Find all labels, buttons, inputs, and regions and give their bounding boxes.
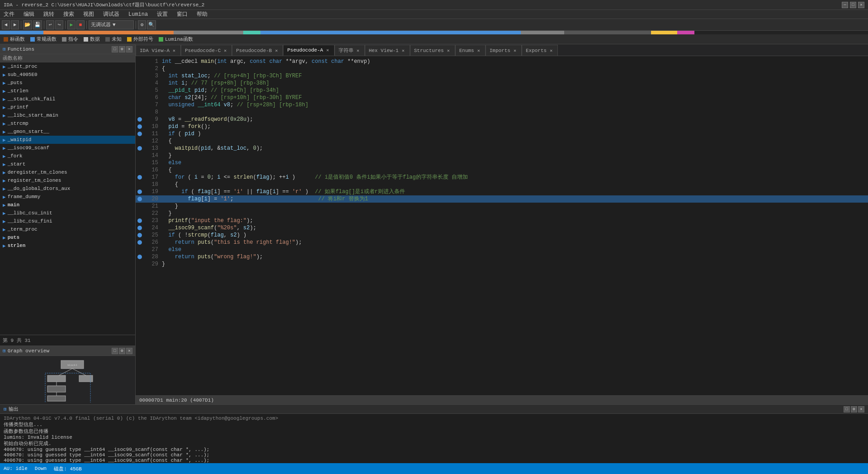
- output-min-btn[interactable]: □: [844, 406, 850, 412]
- func-do-global-dtors[interactable]: ▶ __do_global_dtors_aux: [0, 185, 135, 193]
- func-sub4005e0[interactable]: ▶ sub_4005E0: [0, 71, 135, 79]
- menu-help[interactable]: 帮助: [195, 10, 209, 18]
- toolbar-run[interactable]: ▶: [67, 20, 75, 29]
- func-puts[interactable]: ▶ _puts: [0, 79, 135, 87]
- tab-pseudocode-a[interactable]: Pseudocode-A ✕: [283, 45, 334, 56]
- title-bar: IDA - reverse_2 C:\Users\HUAJI\Downloads…: [0, 0, 868, 10]
- func-libc-csu-fini[interactable]: ▶ __libc_csu_fini: [0, 217, 135, 225]
- maximize-button[interactable]: □: [850, 2, 856, 8]
- menu-debugger[interactable]: 调试器: [101, 10, 121, 18]
- tab-imports[interactable]: Imports ✕: [486, 45, 522, 56]
- code-line-23: 23 printf("input the flag:");: [136, 217, 868, 224]
- code-line-1: 1 int __cdecl main(int argc, const char …: [136, 58, 868, 65]
- menu-window[interactable]: 窗口: [175, 10, 189, 18]
- graph-cfg-btn[interactable]: ⚙: [119, 348, 125, 354]
- tab-close-icon[interactable]: ✕: [548, 48, 554, 53]
- tab-close-icon[interactable]: ✕: [222, 48, 228, 53]
- toolbar-sep2: [44, 21, 44, 29]
- tab-structures[interactable]: Structures ✕: [410, 45, 455, 56]
- func-term-proc[interactable]: ▶ _term_proc: [0, 225, 135, 233]
- functions-close-btn[interactable]: ✕: [126, 46, 132, 52]
- func-main[interactable]: ▶ main: [0, 201, 135, 209]
- line-content-15: else: [162, 159, 866, 166]
- output-cfg-btn[interactable]: ⚙: [851, 406, 857, 412]
- tab-strings[interactable]: 字符串 ✕: [335, 45, 365, 56]
- line-number-23: 23: [144, 217, 158, 224]
- functions-cfg-btn[interactable]: ⚙: [119, 46, 125, 52]
- toolbar-save[interactable]: 💾: [33, 20, 42, 29]
- tab-pseudocode-b[interactable]: Pseudocode-B ✕: [232, 45, 283, 56]
- legend-color-regular: [30, 37, 35, 42]
- segment-bar: [0, 31, 868, 34]
- func-stack-chk-fail[interactable]: ▶ __stack_chk_fail: [0, 95, 135, 103]
- toolbar-back[interactable]: ◄: [2, 20, 10, 29]
- tab-close-icon[interactable]: ✕: [171, 48, 177, 53]
- func-fork[interactable]: ▶ _fork: [0, 152, 135, 160]
- func-strcmp[interactable]: ▶ _strcmp: [0, 119, 135, 128]
- func-gmon-start[interactable]: ▶ __gmon_start__: [0, 128, 135, 136]
- line-dot-29: [137, 262, 142, 266]
- tab-label: Enums: [459, 48, 474, 53]
- output-close-btn[interactable]: ✕: [858, 406, 864, 412]
- menu-jump[interactable]: 跳转: [42, 10, 56, 18]
- func-isoc99-scanf[interactable]: ▶ __isoc99_scanf: [0, 144, 135, 152]
- line-number-4: 4: [144, 80, 158, 87]
- func-arrow-icon: ▶: [3, 235, 6, 241]
- func-libc-csu-init[interactable]: ▶ __libc_csu_init: [0, 209, 135, 217]
- seg-data: [43, 31, 174, 34]
- toolbar-fwd[interactable]: ►: [11, 20, 19, 29]
- close-button[interactable]: ✕: [858, 2, 864, 8]
- toolbar-redo[interactable]: ↪: [55, 20, 63, 29]
- line-dot-24: [137, 226, 142, 230]
- func-name: register_tm_clones: [8, 178, 61, 183]
- func-deregister-tm[interactable]: ▶ deregister_tm_clones: [0, 168, 135, 176]
- toolbar-debugger-select[interactable]: 无调试器 ▼: [89, 20, 134, 29]
- tab-close-icon[interactable]: ✕: [274, 48, 279, 53]
- line-number-16: 16: [144, 166, 158, 174]
- menu-search[interactable]: 搜索: [61, 10, 76, 18]
- func-strlen[interactable]: ▶ _strlen: [0, 87, 135, 95]
- tab-hex-view[interactable]: Hex View-1 ✕: [365, 45, 410, 56]
- graph-close-btn[interactable]: ✕: [126, 348, 132, 354]
- tab-exports[interactable]: Exports ✕: [522, 45, 558, 56]
- minimize-button[interactable]: ─: [842, 2, 848, 8]
- func-frame-dummy[interactable]: ▶ frame_dummy: [0, 193, 135, 201]
- tab-close-icon[interactable]: ✕: [325, 47, 330, 53]
- func-puts2[interactable]: ▶ puts: [0, 233, 135, 242]
- tab-ida-view[interactable]: IDA View-A ✕: [136, 45, 181, 56]
- menu-lumina[interactable]: Lumina: [127, 11, 150, 18]
- toolbar-extra1[interactable]: ⚙: [138, 20, 146, 29]
- functions-list[interactable]: ▶ _init_proc ▶ sub_4005E0 ▶ _puts ▶ _str…: [0, 62, 135, 335]
- tab-close-icon[interactable]: ✕: [401, 48, 406, 53]
- tab-close-icon[interactable]: ✕: [512, 48, 518, 53]
- tab-close-icon[interactable]: ✕: [476, 48, 481, 53]
- output-icon: ⊞: [4, 406, 7, 412]
- func-init-proc[interactable]: ▶ _init_proc: [0, 62, 135, 71]
- menu-edit[interactable]: 编辑: [22, 10, 36, 18]
- toolbar-stop[interactable]: ■: [76, 20, 85, 29]
- menu-file[interactable]: 文件: [2, 10, 16, 18]
- func-strlen2[interactable]: ▶ strlen: [0, 242, 135, 250]
- line-content-24: __isoc99_scanf("%20s", s2);: [162, 224, 866, 232]
- func-register-tm[interactable]: ▶ register_tm_clones: [0, 176, 135, 185]
- tab-close-icon[interactable]: ✕: [355, 48, 361, 53]
- graph-min-btn[interactable]: □: [112, 348, 118, 354]
- seg-blue2: [260, 31, 521, 34]
- functions-min-btn[interactable]: □: [112, 46, 118, 52]
- toolbar-undo[interactable]: ↩: [46, 20, 54, 29]
- code-content[interactable]: 1 int __cdecl main(int argc, const char …: [136, 56, 868, 395]
- tab-enums[interactable]: Enums ✕: [455, 45, 486, 56]
- legend-label-lumina: Lumina函数: [165, 36, 193, 43]
- menu-view[interactable]: 视图: [81, 10, 96, 18]
- func-libc-start-main[interactable]: ▶ __libc_start_main: [0, 111, 135, 119]
- func-printf[interactable]: ▶ _printf: [0, 103, 135, 111]
- func-waitpid[interactable]: ▶ _waitpid: [0, 136, 135, 144]
- tab-pseudocode-c[interactable]: Pseudocode-C ✕: [181, 45, 232, 56]
- functions-col-label: 函数名称: [3, 55, 23, 62]
- tab-close-icon[interactable]: ✕: [446, 48, 451, 53]
- toolbar-open[interactable]: 📂: [23, 20, 32, 29]
- toolbar-sep5: [136, 21, 136, 29]
- menu-settings[interactable]: 设置: [155, 10, 170, 18]
- func-start[interactable]: ▶ _start: [0, 160, 135, 168]
- toolbar-extra2[interactable]: 🔍: [147, 20, 156, 29]
